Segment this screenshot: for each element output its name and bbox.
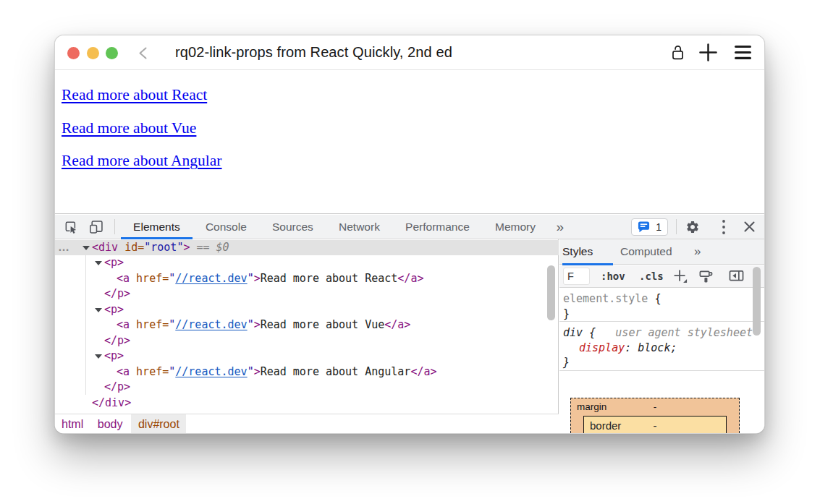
more-tabs-button[interactable]: » [557,215,565,239]
css-rule-line: } [563,355,764,370]
dom-token-tag: <a [117,365,136,378]
dom-tree-row[interactable]: <p> [55,302,559,317]
devtools-tab-network[interactable]: Network [326,215,392,239]
settings-gear-icon[interactable] [685,220,700,234]
dom-token-tag: </a> [397,272,423,285]
dom-tree-row[interactable]: <p> [55,255,559,270]
dom-node-text: </div> [92,396,131,411]
title-bar: rq02-link-props from React Quickly, 2nd … [55,35,764,70]
page-paragraph: Read more about React [62,86,764,103]
devtools-close-icon[interactable] [744,221,755,232]
css-token-plain: { [648,292,661,305]
dom-token-attr: href [136,272,162,285]
css-token-prop: display [579,341,625,354]
toolbar-divider [676,219,677,234]
dom-token-tag: </p> [104,287,130,300]
back-icon[interactable] [138,47,148,59]
css-rule-line: element.style { [563,291,764,307]
new-tab-icon[interactable] [698,35,718,69]
dom-attribute-link[interactable]: //react.dev [175,318,247,331]
tab-computed[interactable]: Computed [620,239,672,265]
dom-tree-row[interactable]: </p> [55,380,559,395]
breadcrumb-html[interactable]: html [56,414,89,435]
css-rule-section[interactable]: element.style {} [559,288,764,322]
styles-sidebar-tabs: Styles Computed » [559,239,764,265]
dom-token-attr: id [118,241,138,254]
dom-token-attr: href [136,365,162,378]
page-link[interactable]: Read more about Angular [62,152,222,169]
page-paragraph: Read more about Vue [62,119,764,137]
expand-arrow-icon[interactable] [95,308,102,312]
tab-styles[interactable]: Styles [562,239,593,265]
dom-token-tag: <a [117,272,136,285]
device-toolbar-icon[interactable] [89,219,104,234]
css-token-plain: } [563,356,570,369]
devtools-tab-sources[interactable]: Sources [259,215,326,239]
box-model-border[interactable]: border - [583,416,727,434]
dom-token-tag: > [254,318,261,331]
dom-node-text: </p> [104,380,130,395]
dom-tree-row[interactable]: </p> [55,286,559,302]
toggle-sidebar-icon[interactable] [729,269,744,283]
dom-token-tag: <div [92,241,118,254]
minimize-window-button[interactable] [87,47,99,59]
dom-token-tag: </a> [384,318,410,331]
styles-rules: margin - border - element.style {}div {u… [559,288,764,434]
expand-arrow-icon[interactable] [95,354,102,359]
node-options-ellipsis[interactable]: … [58,239,70,255]
dom-token-tag: > [254,365,261,378]
box-model-margin[interactable]: margin - border - [570,398,740,434]
dom-node-text: <a href="//react.dev">Read more about An… [117,364,437,380]
dom-node-text: </p> [104,286,130,302]
devtools-tab-memory[interactable]: Memory [482,215,548,239]
more-sidebar-tabs-button[interactable]: » [694,239,701,265]
devtools-tab-elements[interactable]: Elements [121,215,193,239]
close-window-button[interactable] [67,47,80,59]
breadcrumb-body[interactable]: body [92,414,129,435]
dom-attribute-link[interactable]: //react.dev [175,365,247,378]
box-model-margin-value[interactable]: - [571,401,739,412]
dom-node-text: <p> [104,255,124,270]
styles-scrollbar[interactable] [753,267,761,336]
dom-breadcrumbs: htmlbodydiv#root [55,414,559,434]
menu-icon[interactable] [732,35,753,69]
dom-token-text: Read more about Vue [261,318,385,331]
dom-tree-row[interactable]: <p> [55,349,559,364]
elements-scrollbar[interactable] [547,265,555,320]
issues-counter-button[interactable]: 1 [631,218,668,236]
styles-filter-input[interactable]: F [563,268,590,285]
page-link[interactable]: Read more about React [62,86,207,103]
dom-token-meta_i: $0 [216,241,229,254]
dom-tree-row[interactable]: <a href="//react.dev">Read more about An… [55,364,559,380]
toggle-pseudo-state-button[interactable]: :hov [601,265,625,287]
dom-tree-row[interactable]: …<div id="root"> == $0 [55,240,559,255]
dom-tree-row[interactable]: </div> [55,396,559,411]
page-paragraph: Read more about Angular [62,152,764,169]
paint-roller-icon[interactable] [698,269,714,284]
zoom-window-button[interactable] [106,47,118,59]
css-rule-section[interactable]: div {user agent stylesheetdisplay: block… [559,322,764,371]
devtools-tab-console[interactable]: Console [193,215,259,239]
breadcrumb-div-root[interactable]: div#root [131,414,186,435]
devtools-menu-kebab-icon[interactable] [722,219,726,235]
dom-node-text: <p> [104,349,124,364]
dom-token-tag: <a [117,318,136,331]
box-model-border-value[interactable]: - [584,419,726,432]
dom-token-tag: <p> [104,349,124,362]
css-token-plain: } [563,307,570,320]
dom-tree-row[interactable]: <a href="//react.dev">Read more about Re… [55,271,559,286]
dom-tree-row[interactable]: <a href="//react.dev">Read more about Vu… [55,317,559,333]
expand-arrow-icon[interactable] [83,246,90,250]
stylesheet-origin-note: user agent stylesheet [615,325,753,341]
css-token-plain: : block; [625,341,677,354]
inspect-element-icon[interactable] [64,220,77,234]
expand-arrow-icon[interactable] [95,261,102,265]
dom-tree-row[interactable]: </p> [55,333,559,349]
page-link[interactable]: Read more about Vue [62,119,196,137]
dom-attribute-link[interactable]: //react.dev [175,272,247,285]
unlocked-padlock-icon[interactable] [671,35,685,69]
css-token-grey: element.style [563,292,648,305]
new-style-rule-icon[interactable] [673,269,688,283]
element-classes-button[interactable]: .cls [639,265,664,287]
devtools-tab-performance[interactable]: Performance [392,215,482,239]
